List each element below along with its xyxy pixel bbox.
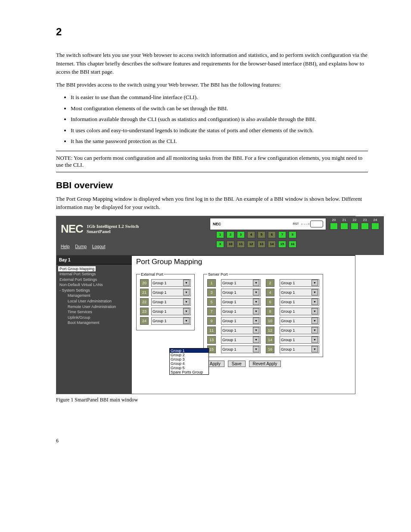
port-box[interactable]: 12 <box>247 240 255 248</box>
group-select[interactable]: Group 1▼ <box>221 345 261 353</box>
device-faceplate: NEC RST • ○ ○ <box>210 218 326 230</box>
dropdown-option[interactable]: Group 1 <box>170 348 209 353</box>
content-title: Port Group Mapping <box>136 258 351 266</box>
group-select[interactable]: Group 1▼ <box>280 345 319 353</box>
group-select[interactable]: Group 1▼ <box>280 279 319 287</box>
port-box[interactable] <box>361 222 369 230</box>
port-number-badge: 12 <box>266 327 274 334</box>
port-box[interactable]: 9 <box>216 240 224 248</box>
group-select[interactable]: Group 1▼ <box>221 327 261 334</box>
chevron-down-icon: ▼ <box>253 280 259 286</box>
chevron-down-icon: ▼ <box>253 346 259 352</box>
group-select[interactable]: Group 1▼ <box>151 308 191 315</box>
port-number-badge: 1 <box>207 279 216 287</box>
brand-subtitle: 1Gb Intelligent L2 Switch SmartPanel <box>87 224 139 234</box>
group-select[interactable]: Group 1▼ <box>221 317 261 325</box>
top-ports-cluster: 2021222324 <box>330 218 380 230</box>
group-select[interactable]: Group 1▼ <box>151 317 191 325</box>
save-button[interactable]: Save <box>228 361 246 367</box>
port-number-badge: 11 <box>207 327 216 334</box>
sidebar-item[interactable]: Time Services <box>62 309 132 315</box>
port-number-badge: 7 <box>207 308 216 315</box>
port-box[interactable] <box>350 222 359 230</box>
revert-apply-button[interactable]: Revert Apply <box>249 361 281 367</box>
group-select[interactable]: Group 1▼ <box>221 289 261 296</box>
sidebar-item[interactable]: Boot Management <box>62 320 132 326</box>
dropdown-option[interactable]: Group 2 <box>170 353 209 357</box>
logout-link[interactable]: Logout <box>92 244 106 249</box>
ports-row-1: 12345678 <box>216 231 380 239</box>
chevron-down-icon: ▼ <box>311 336 318 343</box>
port-box[interactable]: 3 <box>237 231 245 239</box>
dropdown-option[interactable]: Group 3 <box>170 357 209 361</box>
sidebar-item[interactable]: Port Group Mapping <box>58 266 96 272</box>
content-pane: Port Group Mapping External Port 20Group… <box>132 256 355 394</box>
port-number-badge: 16 <box>266 345 274 353</box>
port-label: 22 <box>353 218 357 222</box>
port-box[interactable]: 1 <box>216 231 224 239</box>
sidebar-item[interactable]: Internal Port Settings <box>58 271 132 277</box>
port-box[interactable]: 2 <box>226 231 235 239</box>
group-select[interactable]: Group 1▼ <box>151 298 191 306</box>
dropdown-option[interactable]: Group 5 <box>170 366 209 370</box>
group-select[interactable]: Group 1▼ <box>280 336 319 344</box>
port-box[interactable]: 15 <box>278 240 286 248</box>
port-box[interactable]: 6 <box>268 231 276 239</box>
port-box[interactable]: 13 <box>257 240 266 248</box>
port-box[interactable]: 4 <box>247 231 255 239</box>
port-box[interactable]: 7 <box>278 231 286 239</box>
note-block: NOTE: You can perform most configuration… <box>56 151 368 172</box>
chevron-down-icon: ▼ <box>311 289 318 296</box>
chevron-down-icon: ▼ <box>183 308 190 314</box>
chevron-down-icon: ▼ <box>253 299 259 305</box>
group-select[interactable]: Group 1▼ <box>221 298 261 306</box>
dump-link[interactable]: Dump <box>75 244 87 249</box>
group-select[interactable]: Group 1▼ <box>280 289 319 296</box>
port-box[interactable] <box>371 222 380 230</box>
group-select[interactable]: Group 1▼ <box>280 298 319 306</box>
port-box[interactable]: 10 <box>226 240 235 248</box>
group-select[interactable]: Group 1▼ <box>151 279 191 287</box>
port-label: 24 <box>374 218 377 222</box>
port-box[interactable] <box>330 222 338 230</box>
group-select[interactable]: Group 1▼ <box>151 289 191 296</box>
sidebar-item[interactable]: Remote User Administration <box>62 304 132 310</box>
group-select[interactable]: Group 1▼ <box>280 327 319 334</box>
dropdown-option[interactable]: Group 4 <box>170 361 209 366</box>
port-box[interactable] <box>340 222 349 230</box>
feature-item: Most configuration elements of the switc… <box>71 104 368 113</box>
bbi-overview-heading: BBI overview <box>56 180 368 190</box>
port-number-badge: 24 <box>140 317 149 325</box>
bay-header[interactable]: Bay 1 <box>56 256 132 264</box>
sidebar-item[interactable]: External Port Settings <box>58 277 132 283</box>
section-number: 2 <box>56 26 368 38</box>
faceplate-nec: NEC <box>213 222 221 226</box>
group-dropdown-open[interactable]: Group 1Group 2Group 3Group 4Group 5Spare… <box>169 348 209 375</box>
group-select[interactable]: Group 1▼ <box>221 279 261 287</box>
port-box[interactable]: 14 <box>268 240 276 248</box>
group-select[interactable]: Group 1▼ <box>280 317 319 325</box>
sidebar-item[interactable]: Non-Default Virtual LANs <box>58 282 132 288</box>
nec-logo: NEC <box>61 222 83 236</box>
port-label: 23 <box>363 218 367 222</box>
chevron-down-icon: ▼ <box>253 327 259 333</box>
group-select[interactable]: Group 1▼ <box>221 336 261 344</box>
help-link[interactable]: Help <box>61 244 70 249</box>
sidebar-item[interactable]: Uplink/Group <box>62 315 132 320</box>
port-box[interactable]: 16 <box>288 240 297 248</box>
port-box[interactable]: 11 <box>237 240 245 248</box>
sidebar-item[interactable]: Management <box>62 293 132 299</box>
sidebar-item[interactable]: - System Settings <box>58 288 132 293</box>
port-number-badge: 13 <box>207 336 216 344</box>
group-select[interactable]: Group 1▼ <box>280 308 319 315</box>
group-select[interactable]: Group 1▼ <box>221 308 261 315</box>
chevron-down-icon: ▼ <box>311 327 318 333</box>
rst-label: RST <box>293 222 299 225</box>
nav-tree: Port Group MappingInternal Port Settings… <box>56 264 132 326</box>
port-number-badge: 20 <box>140 279 149 287</box>
dropdown-option[interactable]: Spare Ports Group <box>170 370 209 374</box>
serial-port-icon <box>310 221 323 227</box>
port-box[interactable]: 8 <box>288 231 297 239</box>
port-box[interactable]: 5 <box>257 231 266 239</box>
sidebar-item[interactable]: Local User Administration <box>62 299 132 304</box>
